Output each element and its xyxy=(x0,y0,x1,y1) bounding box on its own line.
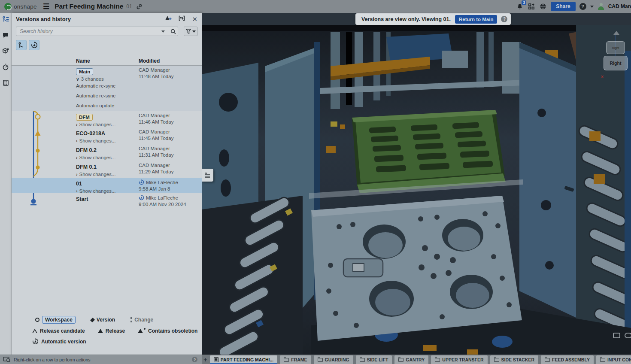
document-title: Part Feeding Machine xyxy=(55,3,123,10)
tab-side-lift[interactable]: SIDE LIFT xyxy=(356,355,392,364)
folder-icon xyxy=(600,358,605,362)
panel-flyout-toggle[interactable] xyxy=(202,169,213,182)
user-avatar[interactable] xyxy=(598,3,604,10)
expand-caret-icon: › xyxy=(76,155,78,160)
tab-input-conveyor[interactable]: INPUT CONVEYOR xyxy=(596,355,631,364)
legend-release: Release xyxy=(98,328,125,334)
modified-when: 11:48 AM Today xyxy=(139,74,202,79)
tab-label: GANTRY xyxy=(406,357,425,362)
show-changes-link[interactable]: ›Show changes... xyxy=(76,172,139,177)
modified-when: 11:45 AM Today xyxy=(139,136,202,141)
view-cube-top-face[interactable]: Right xyxy=(606,41,625,54)
view-cube[interactable]: Right Right x xyxy=(600,38,631,82)
left-panel-strip xyxy=(0,13,12,355)
tab-part-feeding-machi[interactable]: PART FEEDING MACHI... xyxy=(210,355,277,364)
version-label-01: 01 xyxy=(76,181,82,187)
workspace-label-dfm: DFM xyxy=(76,114,93,121)
properties-panel-icon[interactable] xyxy=(3,79,9,86)
return-to-main-button[interactable]: Return to Main xyxy=(455,15,498,24)
performance-timer-panel-icon[interactable] xyxy=(2,64,9,70)
add-tab-button[interactable]: + xyxy=(203,355,207,364)
show-automatic-versions-toggle[interactable] xyxy=(29,40,39,50)
banner-help-icon[interactable]: ? xyxy=(501,16,507,22)
modified-when: 11:46 AM Today xyxy=(139,119,202,124)
share-button[interactable]: Share xyxy=(551,2,575,11)
tab-frame[interactable]: FRAME xyxy=(280,355,311,364)
onshape-logo-icon[interactable] xyxy=(4,3,12,10)
comments-panel-icon[interactable] xyxy=(2,32,9,39)
history-row-automatic-re-sync[interactable]: Automatic re-sync xyxy=(12,91,202,101)
create-version-icon[interactable] xyxy=(165,15,172,22)
show-changes-toggle[interactable] xyxy=(16,40,27,50)
close-panel-icon[interactable]: ✕ xyxy=(192,16,197,22)
folder-icon xyxy=(284,358,289,362)
banner-message: Versions are view only. Viewing 01. xyxy=(361,16,451,22)
user-name-label: CAD Man xyxy=(608,3,631,9)
graphics-viewport[interactable] xyxy=(202,13,631,355)
viewport-corner-icons xyxy=(613,333,631,338)
top-app-bar: onshape ☰ Part Feeding Machine 01 3 Shar… xyxy=(0,0,631,13)
status-help-icon[interactable]: ? xyxy=(192,357,197,362)
tab-label: UPPER TRANSFER xyxy=(442,357,483,362)
search-options-caret-icon[interactable] xyxy=(161,30,165,33)
tab-gantry[interactable]: GANTRY xyxy=(394,355,428,364)
show-changes-link[interactable]: ›Show changes... xyxy=(76,122,139,127)
history-row-start[interactable]: StartMike LaFleche9:00 AM Nov 20 2024 xyxy=(12,193,202,211)
view-cube-up-arrow[interactable] xyxy=(613,31,619,35)
legend-workspace: Workspace xyxy=(35,316,76,324)
tab-feed-assembly[interactable]: FEED ASSEMBLY xyxy=(541,355,594,364)
help-icon[interactable]: ? xyxy=(579,3,586,10)
search-history-input[interactable] xyxy=(16,27,168,36)
tab-guarding[interactable]: GUARDING xyxy=(314,355,353,364)
search-button[interactable] xyxy=(168,27,178,36)
tab-label: PART FEEDING MACHI... xyxy=(221,357,273,362)
folder-icon xyxy=(435,358,440,362)
history-row-main[interactable]: Main∨3 changesCAD Manager11:48 AM Today xyxy=(12,66,202,81)
history-row-dfm-0-1[interactable]: DFM 0.1›Show changes...CAD Manager11:29 … xyxy=(12,161,202,178)
filter-button[interactable] xyxy=(184,27,197,36)
show-changes-link[interactable]: ›Show changes... xyxy=(76,155,139,160)
modified-by: CAD Manager xyxy=(139,146,170,151)
modified-when: 9:58 AM Jan 8 xyxy=(139,186,202,191)
tab-upper-transfer[interactable]: UPPER TRANSFER xyxy=(431,355,487,364)
history-row-dfm-0-2[interactable]: DFM 0.2›Show changes...CAD Manager11:31 … xyxy=(12,144,202,161)
version-icon xyxy=(90,317,95,322)
versions-history-panel-icon[interactable] xyxy=(2,16,9,23)
expand-caret-icon: › xyxy=(76,122,78,127)
automatic-version-icon xyxy=(32,338,39,345)
release-candidate-icon xyxy=(32,329,37,333)
automatic-version-icon xyxy=(139,179,144,185)
history-row-01[interactable]: 01›Show changes...Mike LaFleche9:58 AM J… xyxy=(12,178,202,193)
view-cube-front-face[interactable]: Right xyxy=(604,56,628,70)
history-row-automatic-re-sync[interactable]: Automatic re-sync xyxy=(12,81,202,91)
modified-when: 11:31 AM Today xyxy=(139,152,202,158)
preview-screen-icon xyxy=(3,357,10,362)
folder-icon xyxy=(360,358,365,362)
tab-label: SIDE LIFT xyxy=(367,357,388,362)
column-header-name[interactable]: Name xyxy=(76,58,139,65)
change-icon xyxy=(130,317,132,322)
globe-icon[interactable] xyxy=(539,3,547,10)
workspace-label-main: Main xyxy=(76,68,93,75)
folder-icon xyxy=(318,358,323,362)
tab-side-stacker[interactable]: SIDE STACKER xyxy=(490,355,538,364)
app-store-icon[interactable] xyxy=(528,3,535,10)
tab-label: FEED ASSEMBLY xyxy=(552,357,590,362)
main-menu-icon[interactable]: ☰ xyxy=(43,3,49,10)
column-header-modified[interactable]: Modified xyxy=(139,58,202,65)
copy-link-icon[interactable] xyxy=(136,3,143,10)
notifications-bell-icon[interactable]: 3 xyxy=(516,3,524,10)
history-row-dfm[interactable]: DFM›Show changes...CAD Manager11:46 AM T… xyxy=(12,111,202,127)
show-changes-link[interactable]: ›Show changes... xyxy=(76,138,139,143)
snapshot-icon[interactable] xyxy=(613,333,620,338)
version-label-dfm-0-1: DFM 0.1 xyxy=(76,164,97,170)
legend-version: Version xyxy=(91,317,115,323)
parts-list-panel-icon[interactable] xyxy=(2,48,9,55)
help-menu-caret-icon[interactable] xyxy=(590,6,594,8)
document-version-indicator: 01 xyxy=(126,3,132,9)
workspace-icon xyxy=(35,318,39,322)
compare-versions-icon[interactable] xyxy=(179,15,185,22)
history-row-eco-0218a[interactable]: ECO-0218A›Show changes...CAD Manager11:4… xyxy=(12,127,202,144)
history-row-automatic-update[interactable]: Automatic update xyxy=(12,101,202,111)
learning-center-icon[interactable] xyxy=(625,333,631,338)
